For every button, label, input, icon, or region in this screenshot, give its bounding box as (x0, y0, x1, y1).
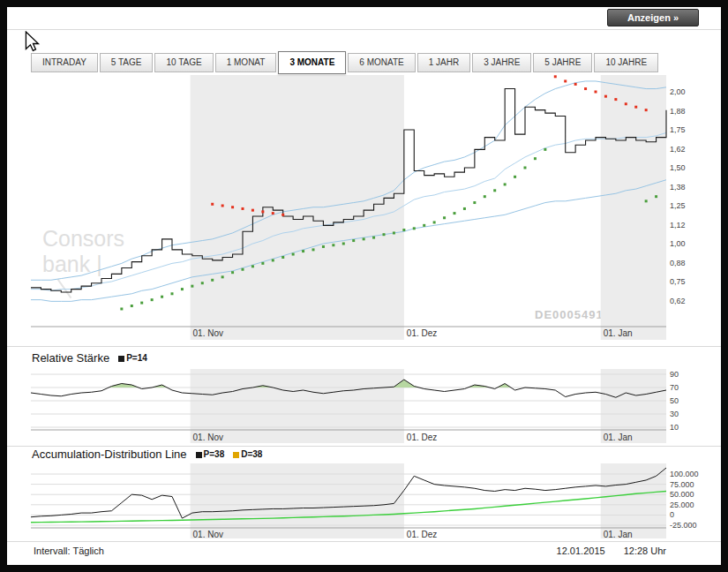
tab-6-monate[interactable]: 6 MONATE (348, 53, 415, 72)
chart-canvas[interactable] (7, 7, 721, 565)
tab-1-monat[interactable]: 1 MONAT (215, 53, 277, 72)
adl-legend-label-p: P=38 (204, 449, 225, 459)
timestamp: 12.01.2015 12:28 Uhr (557, 546, 666, 556)
adl-title: Accumulation-Distribution Line (32, 448, 187, 461)
divider (7, 541, 721, 542)
screenshot-root: { "toolbar": { "anzeigen_label": "Anzeig… (0, 0, 728, 572)
mouse-cursor-icon (24, 31, 41, 54)
tab-10-jahre[interactable]: 10 JAHRE (594, 53, 658, 72)
date-label: 12.01.2015 (557, 546, 605, 556)
rsi-legend-swatch (118, 356, 124, 362)
chart-page: Anzeigen » INTRADAY 5 TAGE 10 TAGE 1 MON… (7, 7, 721, 565)
anzeigen-button[interactable]: Anzeigen » (607, 9, 699, 26)
divider (7, 29, 721, 30)
tab-5-tage[interactable]: 5 TAGE (100, 53, 154, 72)
rsi-legend-label: P=14 (126, 353, 147, 363)
rsi-title: Relative Stärke (32, 351, 109, 365)
tab-3-monate[interactable]: 3 MONATE (278, 51, 346, 74)
adl-title-row: Accumulation-Distribution Line P=38 D=38 (32, 448, 262, 461)
tab-1-jahr[interactable]: 1 JAHR (417, 53, 470, 72)
divider (7, 446, 721, 447)
tab-intraday[interactable]: INTRADAY (31, 53, 98, 72)
adl-legend-swatch-d (233, 452, 239, 458)
time-label: 12:28 Uhr (624, 546, 666, 556)
adl-legend-swatch-p (196, 452, 202, 458)
adl-legend-label-d: D=38 (241, 449, 262, 459)
tab-5-jahre[interactable]: 5 JAHRE (533, 53, 592, 72)
period-tabs: INTRADAY 5 TAGE 10 TAGE 1 MONAT 3 MONATE… (31, 53, 660, 74)
interval-label: Intervall: Täglich (34, 546, 104, 556)
tab-10-tage[interactable]: 10 TAGE (154, 53, 213, 72)
rsi-title-row: Relative Stärke P=14 (32, 351, 147, 365)
tab-3-jahre[interactable]: 3 JAHRE (472, 53, 531, 72)
divider (7, 346, 721, 347)
